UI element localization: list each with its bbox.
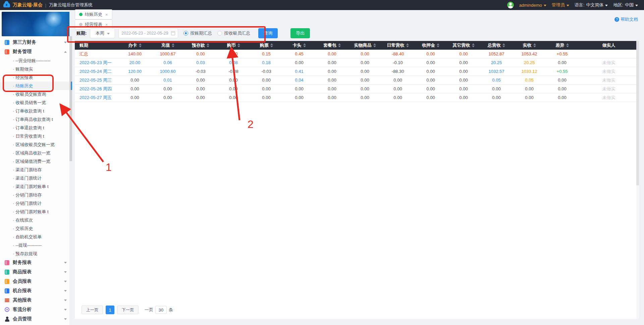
sidebar-item-预存款提现[interactable]: ·预存款提现 <box>0 249 72 258</box>
sidebar-group-会员报表[interactable]: 会员报表 <box>0 277 72 286</box>
row-date-cell[interactable]: 2022-05-25 周三 <box>75 76 118 84</box>
sort-icon[interactable] <box>566 43 569 47</box>
sort-icon[interactable] <box>406 43 409 47</box>
row-date-cell[interactable]: 2022-05-27 周五 <box>75 93 118 102</box>
column-header-购币[interactable]: 购币 <box>217 41 250 50</box>
prev-page-button[interactable]: 上一页 <box>82 306 103 314</box>
region-dropdown[interactable]: 地区: 中国 <box>613 2 638 8</box>
row-value-cell: 1053.42 <box>513 50 546 58</box>
export-button[interactable]: 导出 <box>290 28 310 38</box>
sidebar-group-其他报表[interactable]: 其他报表 <box>0 295 72 305</box>
sidebar-group-财务管理[interactable]: 财务管理 <box>0 47 72 56</box>
column-header-充值[interactable]: 充值 <box>151 41 184 50</box>
username-dropdown[interactable]: admindemo <box>519 3 546 8</box>
sidebar-group-客流分析[interactable]: 客流分析 <box>0 305 72 314</box>
sidebar-item-订单收款查询 t[interactable]: ·订单收款查询 t <box>0 107 72 115</box>
column-header-预存款[interactable]: 预存款 <box>184 41 217 50</box>
sidebar-item-分销门票对账单 t[interactable]: ·分销门票对账单 t <box>0 207 72 216</box>
user-avatar[interactable] <box>507 2 514 8</box>
sort-icon[interactable] <box>533 43 536 47</box>
sidebar-item-结账历史[interactable]: ·结账历史 <box>0 82 72 90</box>
sidebar-group-财务报表[interactable]: 财务报表 <box>0 258 72 267</box>
row-value-cell: 0.00 <box>348 67 381 76</box>
sidebar-item-渠道门票对账单 t[interactable]: ·渠道门票对账单 t <box>0 182 72 191</box>
sidebar-item-分销门票结存[interactable]: ·分销门票结存 <box>0 191 72 199</box>
column-header-收押金[interactable]: 收押金 <box>414 41 447 50</box>
sidebar-item-渠道门票结存[interactable]: ·渠道门票结存 <box>0 166 72 174</box>
sort-icon[interactable] <box>270 43 273 47</box>
radio-by-cashier[interactable]: 按收银员汇总 <box>217 30 250 36</box>
sidebar-item-区域商品收款一览[interactable]: ·区域商品收款一览 <box>0 149 72 157</box>
row-date-cell[interactable]: 2022-05-23 周一 <box>75 58 118 67</box>
sort-icon[interactable] <box>303 43 306 47</box>
sidebar-group-会员管理[interactable]: 会员管理 <box>0 314 72 324</box>
row-date-cell[interactable]: 2022-05-26 周四 <box>75 85 118 93</box>
sidebar-item-渠道门票统计[interactable]: ·渠道门票统计 <box>0 174 72 182</box>
sidebar-banner-image <box>2 12 70 36</box>
row-value-cell: 0.00 <box>480 85 513 93</box>
radio-by-period[interactable]: 按账期汇总 <box>183 30 212 36</box>
table-scrollbar-thumb[interactable] <box>636 41 639 185</box>
date-range-input[interactable]: 2022-05-23 - 2022-05-29 <box>118 28 178 38</box>
row-value-cell: 1000.67 <box>151 50 184 58</box>
sort-icon[interactable] <box>237 43 240 47</box>
column-header-实收[interactable]: 实收 <box>513 41 546 50</box>
sort-icon[interactable] <box>172 43 174 47</box>
sidebar-scrollbar-thumb[interactable] <box>69 36 72 161</box>
sort-icon[interactable] <box>207 43 209 47</box>
close-icon[interactable]: × <box>105 12 108 17</box>
column-header-办卡[interactable]: 办卡 <box>118 41 151 50</box>
tab-结账历史[interactable]: 结账历史× <box>75 9 112 19</box>
sidebar-item-分销门票统计[interactable]: ·分销门票统计 <box>0 199 72 207</box>
sort-icon[interactable] <box>139 43 142 47</box>
sidebar-item-账期做实[interactable]: ·账期做实 <box>0 65 72 73</box>
sidebar-item-订单商品收款查询 t[interactable]: ·订单商品收款查询 t <box>0 115 72 124</box>
sort-icon[interactable] <box>373 43 376 47</box>
sidebar-item---提现----------[interactable]: ·--提现---------- <box>0 241 72 249</box>
row-value-cell: 0.06 <box>151 58 184 67</box>
row-value-cell: 未做实 <box>579 58 639 67</box>
sort-icon[interactable] <box>472 43 475 47</box>
sidebar-item-自助机交班单[interactable]: ·自助机交班单 <box>0 233 72 241</box>
sidebar-item-label: 交班历史 <box>15 226 33 232</box>
chevron-down-icon <box>64 290 67 292</box>
row-value-cell: 0.00 <box>348 93 381 102</box>
sidebar-item-订单退款查询 t[interactable]: ·订单退款查询 t <box>0 124 72 132</box>
language-dropdown[interactable]: 语言: 中文简体 <box>575 2 608 8</box>
page-number-button[interactable]: 1 <box>106 306 114 314</box>
sidebar-item-在线班次[interactable]: ·在线班次 <box>0 216 72 224</box>
sidebar-item-收银员交账查询[interactable]: ·收银员交账查询 <box>0 90 72 98</box>
sidebar-item-区域收银员交账一览[interactable]: ·区域收银员交账一览 <box>0 140 72 149</box>
row-value-cell: 0.00 <box>316 85 348 93</box>
column-header-卡头[interactable]: 卡头 <box>283 41 316 50</box>
sidebar-item-日常营收查询 t[interactable]: ·日常营收查询 t <box>0 132 72 140</box>
row-value-cell: 0.00 <box>316 76 348 84</box>
next-page-button[interactable]: 下一页 <box>117 306 139 314</box>
sidebar-item-交班历史[interactable]: ·交班历史 <box>0 224 72 233</box>
sidebar-item-收银员销售一览[interactable]: ·收银员销售一览 <box>0 98 72 107</box>
region-label: 地区: <box>613 2 623 8</box>
bullet-icon: · <box>13 100 14 105</box>
per-page-input[interactable]: 30 <box>155 306 167 314</box>
sort-icon[interactable] <box>502 43 505 47</box>
sort-icon[interactable] <box>437 43 439 47</box>
sidebar-group-第三方财务[interactable]: 第三方财务 <box>0 38 72 47</box>
column-header-其它营收[interactable]: 其它营收 <box>447 41 480 50</box>
role-dropdown[interactable]: 管理员 <box>552 2 569 8</box>
sidebar-item-区域储值消费一览[interactable]: ·区域储值消费一览 <box>0 157 72 166</box>
period-select[interactable]: 本周 <box>90 28 115 38</box>
column-header-日常营收[interactable]: 日常营收 <box>381 41 414 50</box>
column-header-购票[interactable]: 购票 <box>250 41 283 50</box>
column-header-实物商品[interactable]: 实物商品 <box>348 41 381 50</box>
column-header-总营收[interactable]: 总营收 <box>480 41 513 50</box>
column-header-套餐包[interactable]: 套餐包 <box>316 41 348 50</box>
sidebar-item-经营报表[interactable]: ·经营报表 <box>0 73 72 82</box>
search-button[interactable]: 查询 <box>258 28 278 38</box>
sidebar-item---营业结账----------[interactable]: ·--营业结账---------- <box>0 56 72 65</box>
column-header-差异[interactable]: 差异 <box>546 41 579 50</box>
sidebar-group-商品报表[interactable]: 商品报表 <box>0 267 72 277</box>
help-doc-link[interactable]: ? 帮助文档 <box>614 16 638 22</box>
sort-icon[interactable] <box>338 43 341 47</box>
row-date-cell[interactable]: 2022-05-24 周二 <box>75 67 118 76</box>
sidebar-group-机台报表[interactable]: 机台报表 <box>0 286 72 295</box>
